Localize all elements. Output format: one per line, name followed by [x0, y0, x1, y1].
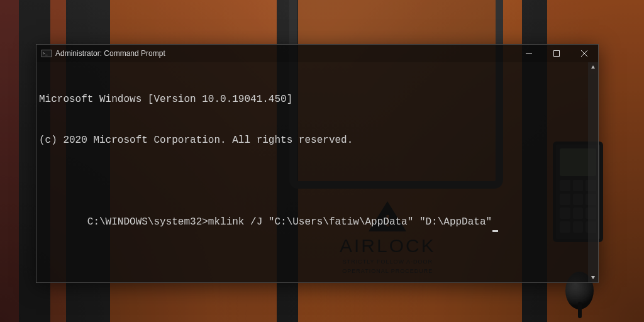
terminal-output[interactable]: Microsoft Windows [Version 10.0.19041.45…	[36, 62, 588, 282]
svg-text:>_: >_	[43, 51, 48, 56]
window-title: Administrator: Command Prompt	[55, 49, 165, 58]
close-button[interactable]	[570, 45, 598, 62]
scroll-up-icon[interactable]	[588, 62, 598, 72]
scrollbar-track[interactable]	[588, 72, 598, 272]
svg-rect-3	[554, 51, 560, 57]
titlebar[interactable]: >_ Administrator: Command Prompt	[36, 45, 598, 62]
minimize-button[interactable]	[515, 45, 543, 62]
terminal-prompt-line: C:\WINDOWS\system32>mklink /J "C:\Users\…	[39, 202, 583, 243]
svg-marker-7	[591, 276, 595, 279]
terminal-prompt: C:\WINDOWS\system32>	[87, 216, 208, 228]
terminal-line: Microsoft Windows [Version 10.0.19041.45…	[39, 93, 583, 107]
vertical-scrollbar[interactable]	[588, 62, 598, 282]
maximize-button[interactable]	[543, 45, 570, 62]
scroll-down-icon[interactable]	[588, 272, 598, 282]
svg-marker-6	[591, 65, 595, 69]
command-prompt-window: >_ Administrator: Command Prompt Microso…	[36, 44, 599, 283]
command-prompt-icon: >_	[42, 50, 52, 57]
terminal-line: (c) 2020 Microsoft Corporation. All righ…	[39, 134, 583, 148]
terminal-command: mklink /J "C:\Users\fatiw\AppData" "D:\A…	[208, 216, 492, 228]
text-cursor	[492, 230, 498, 232]
